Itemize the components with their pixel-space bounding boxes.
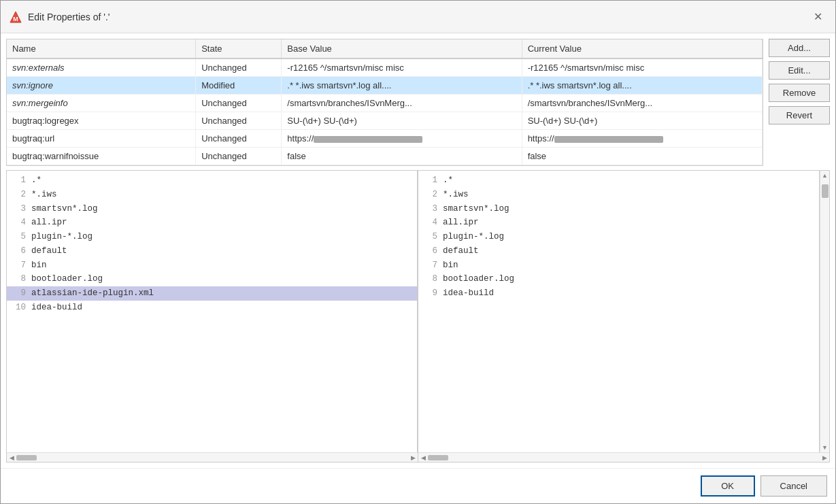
title-bar-left: M Edit Properties of '.' [9,10,110,24]
table-row[interactable]: bugtraq:warnifnoissueUnchangedfalsefalse [7,148,763,165]
top-section: Name State Base Value Current Value svn:… [6,39,830,166]
line-number: 5 [12,231,26,243]
footer: OK Cancel [1,468,835,503]
right-diff-pane[interactable]: 1.*2*.iws3smartsvn*.log4all.ipr5plugin-*… [418,171,820,452]
edit-button[interactable]: Edit... [769,61,830,80]
line-number: 1 [12,174,26,187]
line-number: 6 [12,245,26,258]
line-content: .* [443,174,453,187]
ok-button[interactable]: OK [701,475,755,497]
line-number: 9 [12,287,26,300]
properties-table-container[interactable]: Name State Base Value Current Value svn:… [6,39,763,166]
line-content: default [31,245,67,258]
property-state: Unchanged [196,148,282,165]
line-content: all.ipr [31,216,67,229]
line-number: 2 [424,188,437,201]
line-number: 1 [424,174,437,187]
add-button[interactable]: Add... [769,39,830,57]
line-number: 10 [12,301,26,314]
line-number: 3 [424,203,437,216]
left-hscroll-right[interactable]: ▶ [408,453,418,463]
diff-line: 1.* [418,173,819,188]
col-header-state: State [196,39,282,58]
cancel-button[interactable]: Cancel [760,475,827,497]
property-state: Unchanged [196,58,282,77]
line-content: smartsvn*.log [443,203,509,216]
line-content: idea-build [443,287,494,300]
property-base-value: false [282,148,522,165]
property-name: svn:mergeinfo [7,95,196,112]
line-number: 2 [12,188,26,201]
table-row[interactable]: bugtraq:urlUnchangedhttps://https:// [7,130,763,148]
diff-line: 3smartsvn*.log [418,202,819,216]
line-content: plugin-*.log [443,231,504,243]
line-content: default [443,245,479,258]
line-number: 4 [424,216,437,229]
remove-button[interactable]: Remove [769,84,830,102]
property-name: bugtraq:logregex [7,112,196,130]
vscroll-thumb[interactable] [822,184,829,198]
left-hscroll-left[interactable]: ◀ [7,453,16,463]
diff-line: 10idea-build [7,301,417,315]
diff-line: 2*.iws [7,188,417,202]
line-number: 3 [12,203,26,216]
property-name: bugtraq:warnifnoissue [7,148,196,165]
diff-line: 5plugin-*.log [7,230,417,244]
diff-line: 4all.ipr [418,216,819,230]
line-number: 7 [12,259,26,272]
right-pane-vscroll[interactable]: ▲ ▼ [820,171,829,452]
property-base-value: -r12165 ^/smartsvn/misc misc [282,58,522,77]
line-number: 9 [424,287,437,300]
diff-line: 6default [418,244,819,258]
property-state: Unchanged [196,95,282,112]
property-name: svn:externals [7,58,196,77]
diff-line: 9atlassian-ide-plugin.xml [7,286,417,301]
property-base-value: /smartsvn/branches/ISvnMerg... [282,95,522,112]
table-row[interactable]: svn:ignoreModified.* *.iws smartsvn*.log… [7,77,763,95]
property-current-value: SU-(\d+) SU-(\d+) [522,112,762,130]
col-header-base: Base Value [282,39,522,58]
property-base-value: .* *.iws smartsvn*.log all.... [282,77,522,95]
close-button[interactable]: ✕ [808,7,827,27]
title-bar: M Edit Properties of '.' ✕ [1,1,835,33]
vscroll-up[interactable]: ▲ [820,171,830,180]
line-number: 5 [424,231,437,243]
right-hscroll-right[interactable]: ▶ [820,453,829,463]
left-pane-hscroll[interactable]: ◀ ▶ [7,452,418,462]
line-number: 8 [12,273,26,286]
svg-text:M: M [13,16,18,22]
diff-line: 1.* [7,173,417,188]
line-number: 6 [424,245,437,258]
left-diff-pane[interactable]: 1.*2*.iws3smartsvn*.log4all.ipr5plugin-*… [7,171,418,452]
line-content: .* [31,174,41,187]
property-current-value: -r12165 ^/smartsvn/misc misc [522,58,762,77]
col-header-name: Name [7,39,196,58]
table-row[interactable]: svn:externalsUnchanged-r12165 ^/smartsvn… [7,58,763,77]
line-content: bootloader.log [31,273,103,286]
line-number: 8 [424,273,437,286]
diff-line: 7bin [7,258,417,273]
vscroll-down[interactable]: ▼ [820,443,830,452]
right-pane-hscroll[interactable]: ◀ ▶ [418,452,829,462]
property-name: bugtraq:url [7,130,196,148]
property-name: svn:ignore [7,77,196,95]
line-content: bin [443,259,458,272]
table-row[interactable]: svn:mergeinfoUnchanged/smartsvn/branches… [7,95,763,112]
left-hscroll-thumb[interactable] [16,455,37,460]
diff-line: 7bin [418,258,819,273]
property-current-value: .* *.iws smartsvn*.log all.... [522,77,762,95]
diff-line: 6default [7,244,417,258]
property-state: Unchanged [196,130,282,148]
right-hscroll-thumb[interactable] [428,455,448,460]
diff-line: 5plugin-*.log [418,230,819,244]
line-content: idea-build [31,301,82,314]
line-content: smartsvn*.log [31,203,98,216]
table-row[interactable]: bugtraq:logregexUnchangedSU-(\d+) SU-(\d… [7,112,763,130]
line-number: 4 [12,216,26,229]
property-base-value: https:// [282,130,522,148]
right-hscroll-left[interactable]: ◀ [418,453,428,463]
diff-line: 3smartsvn*.log [7,202,417,216]
revert-button[interactable]: Revert [769,106,830,124]
line-content: *.iws [31,188,57,201]
properties-table: Name State Base Value Current Value svn:… [7,39,763,165]
